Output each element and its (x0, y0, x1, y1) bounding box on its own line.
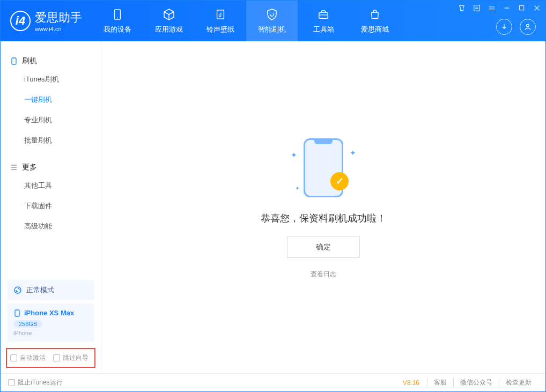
close-button[interactable] (533, 4, 541, 12)
sparkle-icon: ✦ (350, 149, 356, 157)
ok-button[interactable]: 确定 (287, 236, 360, 258)
shield-refresh-icon (265, 8, 279, 21)
svg-rect-4 (474, 5, 480, 11)
view-log-link[interactable]: 查看日志 (311, 270, 336, 279)
block-itunes-checkbox[interactable]: 阻止iTunes运行 (8, 378, 63, 387)
checkbox-label: 阻止iTunes运行 (18, 378, 63, 387)
maximize-button[interactable] (518, 4, 526, 12)
sidebar: 刷机 iTunes刷机 一键刷机 专业刷机 批量刷机 更多 其他工具 下载固件 … (1, 41, 101, 373)
tab-my-device[interactable]: 我的设备 (92, 1, 143, 41)
checkmark-badge-icon: ✓ (330, 172, 349, 190)
refresh-icon (13, 286, 22, 294)
shirt-icon[interactable] (458, 4, 466, 12)
checkbox-label: 跳过向导 (63, 353, 88, 363)
sidebar-item-other-tools[interactable]: 其他工具 (1, 175, 101, 196)
app-logo: i4 爱思助手 www.i4.cn (1, 10, 92, 32)
music-file-icon (213, 8, 227, 21)
tab-label: 我的设备 (104, 25, 131, 34)
footer-link-update[interactable]: 检查更新 (499, 378, 538, 387)
svg-rect-3 (319, 12, 328, 18)
svg-rect-7 (12, 58, 16, 64)
logo-icon: i4 (10, 11, 31, 31)
sidebar-head-label: 刷机 (22, 56, 37, 66)
svg-point-6 (527, 24, 529, 27)
footer-link-wechat[interactable]: 微信公众号 (453, 378, 499, 387)
sparkle-icon: • (296, 184, 299, 193)
download-button[interactable] (496, 19, 512, 35)
svg-point-1 (117, 18, 118, 19)
list-icon[interactable] (473, 4, 481, 12)
mode-box[interactable]: 正常模式 (7, 280, 94, 300)
sidebar-item-advanced[interactable]: 高级功能 (1, 216, 101, 236)
cube-icon (162, 8, 176, 21)
success-illustration: ✦ ✦ • ✓ (283, 136, 364, 200)
app-url: www.i4.cn (35, 26, 82, 32)
tab-toolbox[interactable]: 工具箱 (298, 1, 349, 41)
phone-icon (110, 8, 124, 21)
body: 刷机 iTunes刷机 一键刷机 专业刷机 批量刷机 更多 其他工具 下载固件 … (1, 41, 545, 373)
device-icon (10, 57, 18, 65)
tab-apps[interactable]: 应用游戏 (143, 1, 195, 41)
mode-label: 正常模式 (26, 285, 54, 295)
phone-small-icon (13, 309, 21, 317)
list-icon (10, 164, 18, 171)
main-content: ✦ ✦ • ✓ 恭喜您，保资料刷机成功啦！ 确定 查看日志 (101, 41, 545, 373)
capacity-badge: 256GB (13, 320, 42, 328)
tab-store[interactable]: 爱思商城 (349, 1, 401, 41)
highlighted-options: 自动激活 跳过向导 (6, 348, 95, 368)
sidebar-item-download-fw[interactable]: 下载固件 (1, 196, 101, 216)
tab-label: 铃声壁纸 (206, 25, 234, 34)
minimize-button[interactable] (503, 4, 511, 12)
skip-guide-checkbox[interactable]: 跳过向导 (53, 353, 88, 363)
footer-link-support[interactable]: 客服 (427, 378, 453, 387)
menu-icon[interactable] (488, 4, 496, 12)
app-header: i4 爱思助手 www.i4.cn 我的设备 应用游戏 铃声壁纸 智能刷机 工具… (1, 1, 545, 41)
user-button[interactable] (520, 19, 536, 35)
tab-label: 应用游戏 (155, 25, 183, 34)
svg-rect-5 (520, 6, 524, 10)
footer: 阻止iTunes运行 V8.16 客服 微信公众号 检查更新 (1, 373, 545, 391)
tab-label: 工具箱 (313, 25, 334, 34)
tab-label: 智能刷机 (258, 25, 286, 34)
sparkle-icon: ✦ (291, 151, 297, 159)
device-name-label: iPhone XS Max (24, 309, 74, 317)
checkbox-label: 自动激活 (20, 353, 46, 363)
header-actions (496, 19, 536, 35)
app-name: 爱思助手 (35, 10, 82, 26)
auto-activate-checkbox[interactable]: 自动激活 (10, 353, 46, 363)
svg-point-8 (14, 287, 21, 293)
svg-rect-9 (15, 310, 19, 316)
toolbox-icon (316, 8, 330, 21)
version-label: V8.16 (403, 379, 419, 387)
window-controls (458, 4, 541, 12)
main-tabs: 我的设备 应用游戏 铃声壁纸 智能刷机 工具箱 爱思商城 (92, 1, 401, 41)
tab-ringtones[interactable]: 铃声壁纸 (195, 1, 246, 41)
tab-label: 爱思商城 (361, 25, 389, 34)
sidebar-head-more: 更多 (1, 159, 101, 175)
device-type: iPhone (13, 330, 88, 336)
svg-rect-2 (217, 10, 224, 19)
sidebar-item-pro-flash[interactable]: 专业刷机 (1, 110, 101, 130)
tab-flash[interactable]: 智能刷机 (246, 1, 298, 41)
bag-icon (368, 8, 382, 21)
device-box[interactable]: iPhone XS Max 256GB iPhone (7, 304, 94, 342)
success-message: 恭喜您，保资料刷机成功啦！ (261, 212, 386, 225)
sidebar-head-label: 更多 (22, 162, 37, 172)
sidebar-item-onekey-flash[interactable]: 一键刷机 (1, 90, 101, 110)
sidebar-item-itunes-flash[interactable]: iTunes刷机 (1, 69, 101, 90)
sidebar-head-flash: 刷机 (1, 53, 101, 69)
sidebar-item-batch-flash[interactable]: 批量刷机 (1, 130, 101, 151)
